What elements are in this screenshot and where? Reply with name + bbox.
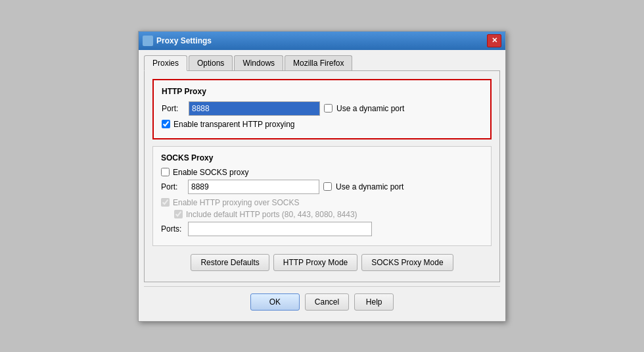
window-controls: ✕: [487, 34, 501, 47]
tab-windows[interactable]: Windows: [234, 55, 283, 70]
include-default-checkbox[interactable]: [174, 210, 183, 218]
close-button[interactable]: ✕: [487, 34, 501, 47]
window-title: Proxy Settings: [156, 36, 212, 45]
mode-buttons-row: Restore Defaults HTTP Proxy Mode SOCKS P…: [152, 254, 492, 271]
tab-mozilla-firefox[interactable]: Mozilla Firefox: [285, 55, 352, 70]
enable-http-socks-checkbox[interactable]: [161, 198, 170, 207]
socks-ports-row: Ports:: [161, 222, 483, 236]
http-port-label: Port:: [162, 104, 185, 113]
socks-port-input[interactable]: [188, 180, 319, 194]
window-body: Proxies Options Windows Mozilla Firefox …: [139, 50, 505, 321]
title-bar: Proxy Settings ✕: [139, 32, 505, 50]
dialog-buttons: OK Cancel Help: [144, 286, 500, 316]
ok-button[interactable]: OK: [250, 293, 300, 311]
http-port-input[interactable]: [189, 101, 320, 116]
enable-socks-label: Enable SOCKS proxy: [173, 168, 248, 177]
tab-content: HTTP Proxy Port: Use a dynamic port Enab…: [144, 71, 500, 282]
socks-proxy-section: SOCKS Proxy Enable SOCKS proxy Port: Use…: [152, 146, 492, 246]
tab-proxies[interactable]: Proxies: [144, 55, 187, 71]
enable-socks-row: Enable SOCKS proxy: [161, 168, 483, 177]
socks-port-label: Port:: [161, 182, 184, 191]
http-proxy-section: HTTP Proxy Port: Use a dynamic port Enab…: [152, 79, 492, 139]
enable-http-socks-label: Enable HTTP proxying over SOCKS: [173, 198, 300, 207]
include-default-label: Include default HTTP ports (80, 443, 808…: [186, 210, 357, 219]
restore-defaults-button[interactable]: Restore Defaults: [191, 254, 269, 271]
http-dynamic-port-checkbox[interactable]: [324, 104, 333, 113]
tab-bar: Proxies Options Windows Mozilla Firefox: [144, 55, 500, 71]
proxy-settings-window: Proxy Settings ✕ Proxies Options Windows…: [138, 31, 506, 322]
enable-http-socks-row: Enable HTTP proxying over SOCKS: [161, 198, 483, 207]
http-dynamic-port-label: Use a dynamic port: [336, 104, 404, 113]
enable-transparent-label: Enable transparent HTTP proxying: [173, 120, 295, 129]
enable-socks-checkbox[interactable]: [161, 168, 170, 176]
http-proxy-title: HTTP Proxy: [162, 87, 482, 96]
socks-ports-input[interactable]: [188, 222, 372, 236]
window-icon: [143, 36, 153, 46]
socks-dynamic-port-checkbox[interactable]: [323, 182, 332, 191]
enable-transparent-row: Enable transparent HTTP proxying: [162, 120, 482, 129]
help-button[interactable]: Help: [354, 293, 394, 311]
socks-dynamic-port-label: Use a dynamic port: [336, 182, 403, 191]
tab-options[interactable]: Options: [189, 55, 233, 70]
include-default-row: Include default HTTP ports (80, 443, 808…: [161, 210, 483, 219]
http-proxy-mode-button[interactable]: HTTP Proxy Mode: [273, 254, 357, 271]
socks-port-row: Port: Use a dynamic port: [161, 180, 483, 194]
http-port-row: Port: Use a dynamic port: [162, 101, 482, 116]
enable-transparent-checkbox[interactable]: [162, 120, 170, 128]
socks-proxy-mode-button[interactable]: SOCKS Proxy Mode: [361, 254, 453, 271]
socks-proxy-title: SOCKS Proxy: [161, 153, 483, 163]
cancel-button[interactable]: Cancel: [305, 293, 349, 311]
socks-ports-label: Ports:: [161, 224, 184, 234]
